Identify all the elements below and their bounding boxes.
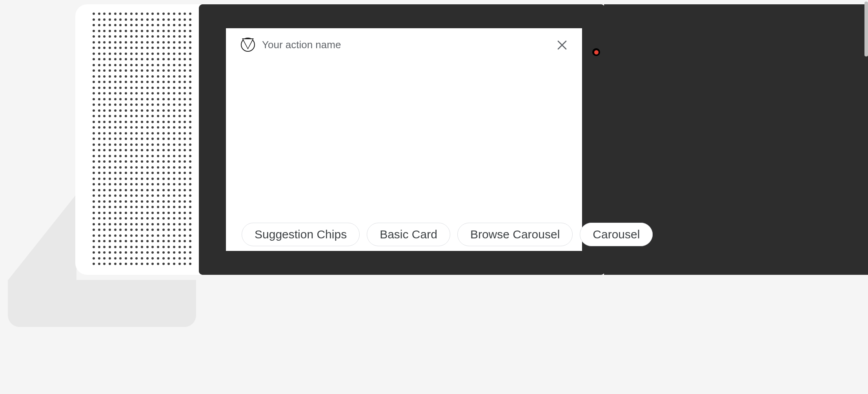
speaker-dot [135, 206, 138, 208]
speaker-dot [167, 58, 170, 60]
speaker-dot [103, 138, 106, 140]
speaker-dot [114, 257, 116, 260]
speaker-dot [130, 81, 133, 83]
speaker-dot [184, 212, 186, 214]
speaker-dot [151, 183, 154, 185]
speaker-dot [93, 178, 95, 180]
chip-basic-card[interactable]: Basic Card [367, 223, 450, 246]
speaker-dot [184, 263, 186, 265]
speaker-dot [114, 166, 116, 169]
chip-carousel[interactable]: Carousel [580, 223, 653, 246]
speaker-dot [141, 189, 143, 191]
speaker-dot [141, 246, 143, 248]
speaker-dot [93, 246, 95, 248]
speaker-dot [98, 47, 100, 49]
speaker-dot [162, 47, 165, 49]
speaker-dot [98, 103, 100, 106]
speaker-dot [141, 87, 143, 89]
speaker-dot [178, 35, 181, 38]
chip-browse-carousel[interactable]: Browse Carousel [457, 223, 573, 246]
speaker-dot [162, 172, 165, 174]
speaker-dot [125, 189, 127, 191]
speaker-dot [162, 178, 165, 180]
speaker-dot [157, 206, 159, 208]
speaker-dot [167, 18, 170, 21]
speaker-dot [141, 200, 143, 203]
speaker-dot [184, 223, 186, 225]
speaker-dot [130, 257, 133, 260]
speaker-dot [162, 251, 165, 254]
speaker-dot [103, 183, 106, 185]
speaker-dot [189, 75, 191, 78]
speaker-dot [103, 98, 106, 100]
speaker-dot [125, 178, 127, 180]
speaker-dot [189, 212, 191, 214]
chip-suggestion-chips[interactable]: Suggestion Chips [242, 223, 360, 246]
speaker-dot [184, 166, 186, 169]
speaker-dot [98, 126, 100, 129]
speaker-dot [135, 30, 138, 32]
speaker-dot [178, 206, 181, 208]
speaker-dot [146, 75, 149, 78]
speaker-dot [93, 149, 95, 151]
speaker-dot [135, 109, 138, 112]
speaker-dot [141, 166, 143, 169]
scrollbar-thumb[interactable] [864, 2, 868, 56]
speaker-dot [93, 121, 95, 123]
speaker-dot [109, 155, 111, 157]
speaker-dot [98, 194, 100, 197]
speaker-dot [178, 47, 181, 49]
speaker-dot [125, 166, 127, 169]
speaker-dot [157, 81, 159, 83]
speaker-dot [119, 98, 122, 100]
speaker-dot [103, 13, 106, 15]
speaker-dot [162, 13, 165, 15]
speaker-dot [114, 115, 116, 117]
speaker-dot [114, 58, 116, 60]
speaker-dot [173, 13, 175, 15]
speaker-dot [167, 240, 170, 242]
speaker-dot [141, 24, 143, 26]
speaker-dot [103, 47, 106, 49]
speaker-dot [103, 24, 106, 26]
speaker-dot [184, 183, 186, 185]
speaker-dot [135, 234, 138, 237]
speaker-dot [157, 69, 159, 72]
speaker-dot [178, 263, 181, 265]
speaker-dot [184, 64, 186, 66]
speaker-dot [146, 234, 149, 237]
speaker-dot [146, 240, 149, 242]
speaker-dot [98, 41, 100, 44]
speaker-dot [167, 223, 170, 225]
speaker-dot [114, 229, 116, 231]
speaker-dot [103, 41, 106, 44]
speaker-dot [162, 35, 165, 38]
speaker-dot [173, 229, 175, 231]
speaker-dot [125, 18, 127, 21]
speaker-dot [114, 206, 116, 208]
speaker-dot [157, 172, 159, 174]
close-button[interactable] [556, 39, 568, 51]
speaker-dot [173, 212, 175, 214]
speaker-dot [157, 194, 159, 197]
speaker-dot [157, 121, 159, 123]
speaker-dot [135, 98, 138, 100]
speaker-dot [103, 200, 106, 203]
speaker-dot [157, 183, 159, 185]
speaker-dot [146, 103, 149, 106]
speaker-dot [125, 149, 127, 151]
speaker-dot [151, 166, 154, 169]
speaker-dot [93, 143, 95, 146]
speaker-dot [103, 246, 106, 248]
speaker-dot [173, 172, 175, 174]
speaker-dot [151, 69, 154, 72]
speaker-dot [151, 98, 154, 100]
speaker-dot [184, 160, 186, 163]
speaker-dot [167, 98, 170, 100]
speaker-dot [162, 194, 165, 197]
speaker-dot [173, 121, 175, 123]
speaker-dot [162, 58, 165, 60]
speaker-dot [173, 143, 175, 146]
speaker-dot [151, 155, 154, 157]
speaker-dot [98, 189, 100, 191]
